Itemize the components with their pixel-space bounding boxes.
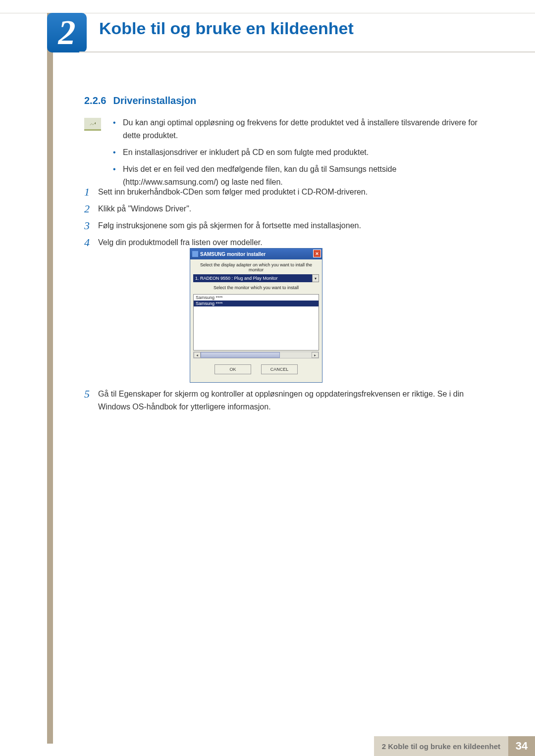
section-heading: 2.2.6Driverinstallasjon xyxy=(84,95,196,106)
note-item: Du kan angi optimal oppløsning og frekve… xyxy=(113,116,490,142)
note-item: Hvis det er en feil ved den medfølgende … xyxy=(113,163,490,189)
scroll-right-icon[interactable]: ▸ xyxy=(312,352,319,358)
step-text: Velg din produktmodell fra listen over m… xyxy=(98,236,490,249)
step-4: 4 Velg din produktmodell fra listen over… xyxy=(84,236,490,249)
step-number: 4 xyxy=(84,236,98,249)
note-icon xyxy=(84,118,101,131)
chevron-down-icon[interactable]: ▾ xyxy=(312,274,319,282)
monitor-label: Select the monitor which you want to ins… xyxy=(190,282,322,292)
left-sidebar-strip xyxy=(47,13,53,744)
adapter-select-value: 1. RADEON 9550 : Plug and Play Monitor xyxy=(195,276,278,281)
step-number: 5 xyxy=(84,388,98,413)
step-number: 1 xyxy=(84,186,98,199)
step-text: Følg instruksjonene som gis på skjermen … xyxy=(98,219,490,232)
page-footer: 2 Koble til og bruke en kildeenhet 34 xyxy=(0,736,535,756)
cancel-button[interactable]: CANCEL xyxy=(261,364,298,374)
list-item[interactable]: Samsung **** xyxy=(194,295,319,301)
note-block: Du kan angi optimal oppløsning og frekve… xyxy=(84,116,490,193)
section-number: 2.2.6 xyxy=(84,95,106,106)
steps-list: 1 Sett inn brukerhåndbok-CDen som følger… xyxy=(84,186,490,253)
step-text: Klikk på "Windows Driver". xyxy=(98,202,490,215)
section-title: Driverinstallasjon xyxy=(113,95,196,106)
chapter-title: Koble til og bruke en kildeenhet xyxy=(99,19,354,38)
step-5: 5 Gå til Egenskaper for skjerm og kontro… xyxy=(84,388,490,413)
horizontal-scrollbar[interactable]: ◂ ▸ xyxy=(193,352,319,358)
step-2: 2 Klikk på "Windows Driver". xyxy=(84,202,490,215)
adapter-select[interactable]: 1. RADEON 9550 : Plug and Play Monitor ▾ xyxy=(193,274,319,282)
adapter-label: Select the display adapter on which you … xyxy=(190,259,322,274)
installer-app-icon xyxy=(192,251,198,257)
monitor-listbox[interactable]: Samsung **** Samsung **** xyxy=(193,294,319,351)
scroll-thumb[interactable] xyxy=(201,352,280,358)
ok-button[interactable]: OK xyxy=(214,364,251,374)
step-3: 3 Følg instruksjonene som gis på skjerme… xyxy=(84,219,490,232)
installer-button-row: OK CANCEL xyxy=(190,364,322,374)
footer-chapter-label: 2 Koble til og bruke en kildeenhet xyxy=(374,736,508,756)
note-list: Du kan angi optimal oppløsning og frekve… xyxy=(113,116,490,193)
chapter-number: 2 xyxy=(58,15,76,50)
installer-title-text: SAMSUNG monitor installer xyxy=(200,252,266,257)
scroll-left-icon[interactable]: ◂ xyxy=(194,352,201,358)
close-button[interactable]: × xyxy=(313,250,321,257)
step-number: 3 xyxy=(84,219,98,232)
installer-window: SAMSUNG monitor installer × Select the d… xyxy=(190,248,322,383)
note-item: En installasjonsdriver er inkludert på C… xyxy=(113,146,490,159)
step-number: 2 xyxy=(84,202,98,215)
footer-page-number: 34 xyxy=(508,736,535,756)
step-text: Gå til Egenskaper for skjerm og kontroll… xyxy=(98,388,490,413)
list-item[interactable]: Samsung **** xyxy=(194,301,319,306)
step-text: Sett inn brukerhåndbok-CDen som følger m… xyxy=(98,186,490,199)
step-1: 1 Sett inn brukerhåndbok-CDen som følger… xyxy=(84,186,490,199)
installer-titlebar: SAMSUNG monitor installer × xyxy=(190,249,322,259)
